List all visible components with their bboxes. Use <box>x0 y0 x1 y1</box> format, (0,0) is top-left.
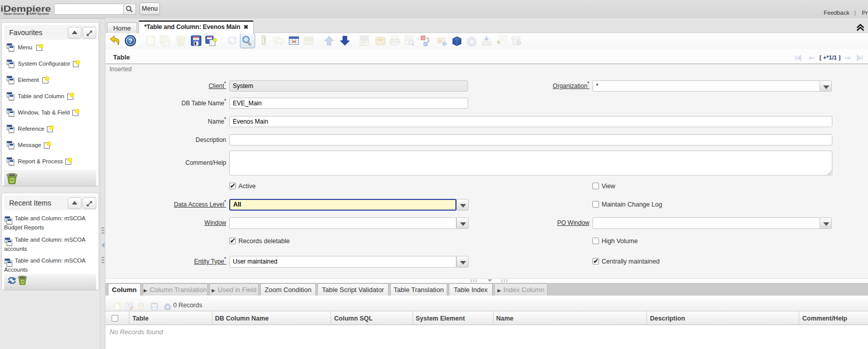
svg-text:?: ? <box>128 37 132 45</box>
